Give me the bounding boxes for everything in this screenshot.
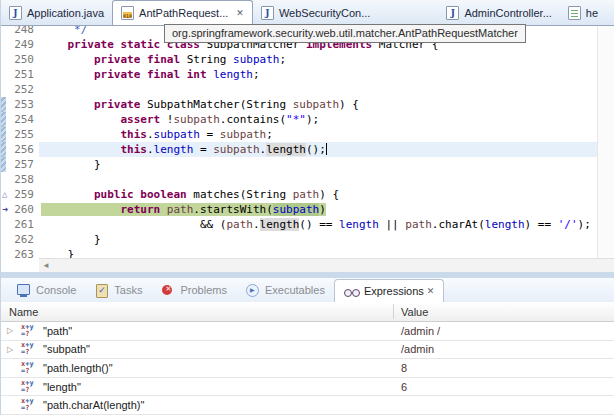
code-line-260[interactable]: 260➜ return path.startsWith(subpath) xyxy=(1,202,614,217)
close-icon[interactable]: ✕ xyxy=(427,286,435,296)
tab-label: he xyxy=(586,7,598,19)
tab-label: AntPathRequest... xyxy=(139,7,228,19)
watch-expression-icon: x+y=? xyxy=(21,342,39,356)
expression-value: /admin / xyxy=(401,325,440,337)
line-number[interactable]: 249 xyxy=(1,37,34,52)
expressions-icon xyxy=(344,285,359,298)
code-line-263[interactable]: 263 } xyxy=(1,247,614,258)
tab-label: Expressions xyxy=(364,285,424,297)
tab-label: Executables xyxy=(265,284,325,296)
console-icon xyxy=(16,284,31,297)
text-caret xyxy=(326,143,327,155)
executables-icon xyxy=(245,284,260,297)
code-text: private final String subpath; xyxy=(41,52,286,67)
code-line-252[interactable]: 252 xyxy=(1,82,614,97)
code-text: private final int length; xyxy=(41,67,260,82)
line-number[interactable]: 251 xyxy=(1,67,34,82)
java-file-icon: J xyxy=(261,6,274,20)
column-header-value[interactable]: Value xyxy=(401,302,428,322)
expand-arrow-icon[interactable]: ▷ xyxy=(7,326,21,335)
line-number[interactable]: 257 xyxy=(1,157,34,172)
code-line-261[interactable]: 261 && (path.length() == length || path.… xyxy=(1,217,614,232)
line-number[interactable]: 256 xyxy=(1,142,34,157)
close-icon[interactable]: ✕ xyxy=(236,8,244,18)
line-number[interactable]: 255 xyxy=(1,127,34,142)
code-line-259[interactable]: 259△ public boolean matches(String path)… xyxy=(1,187,614,202)
code-line-262[interactable]: 262 } xyxy=(1,232,614,247)
code-text: this.length = subpath.length(); xyxy=(41,142,327,157)
eclipse-window: JApplication.java010AntPathRequest...✕JW… xyxy=(0,0,614,415)
view-tab-console[interactable]: Console xyxy=(7,278,85,302)
expression-name: "path" xyxy=(43,325,72,337)
tasks-icon xyxy=(94,284,109,297)
expression-value: /admin xyxy=(401,343,434,355)
arrow-marker-icon[interactable]: ➜ xyxy=(2,202,13,217)
java-file-icon: J xyxy=(446,6,459,20)
code-line-253[interactable]: 253 private SubpathMatcher(String subpat… xyxy=(1,97,614,112)
code-text: && (path.length() == length || path.char… xyxy=(41,217,591,232)
line-number[interactable]: 263 xyxy=(1,247,34,258)
view-tab-expressions[interactable]: Expressions✕ xyxy=(334,279,444,302)
scroll-left-arrow-icon[interactable]: ◄ xyxy=(39,261,50,270)
expression-row[interactable]: x+y=?"path.charAt(length)" xyxy=(1,396,614,415)
expressions-table-header: Name Value xyxy=(1,302,614,322)
line-number[interactable]: 253 xyxy=(1,97,34,112)
view-tab-problems[interactable]: Problems xyxy=(151,278,235,302)
line-number[interactable]: 248 xyxy=(1,26,34,37)
code-text: public boolean matches(String path) { xyxy=(41,187,339,202)
expand-arrow-icon[interactable]: ▷ xyxy=(7,345,21,354)
horizontal-scrollbar[interactable]: ◄ xyxy=(39,258,614,272)
expressions-rows: ▷x+y=?"path"/admin /▷x+y=?"subpath"/admi… xyxy=(1,322,614,415)
code-editor[interactable]: 248 */249 private static class SubpathMa… xyxy=(1,26,614,272)
expression-row[interactable]: ▷x+y=?"subpath"/admin xyxy=(1,341,614,360)
column-header-name[interactable]: Name xyxy=(9,306,38,318)
expression-name: "length" xyxy=(43,381,81,393)
expression-name: "path.charAt(length)" xyxy=(43,399,144,411)
code-text: } xyxy=(41,247,74,258)
line-number[interactable]: 250 xyxy=(1,52,34,67)
expression-name: "path.length()" xyxy=(43,362,113,374)
editor-tab-websecuritycon[interactable]: JWebSecurityCon... xyxy=(253,0,379,25)
tab-label: Console xyxy=(36,284,76,296)
tab-label: Problems xyxy=(180,284,226,296)
triangle-marker-icon[interactable]: △ xyxy=(2,187,13,202)
tab-label: Tasks xyxy=(114,284,142,296)
code-line-258[interactable]: 258 xyxy=(1,172,614,187)
editor-tab-he[interactable]: he xyxy=(560,0,606,25)
view-tab-executables[interactable]: Executables xyxy=(236,278,334,302)
class-file-icon: 010 xyxy=(121,6,134,20)
overview-ruler[interactable] xyxy=(597,26,614,258)
class-name-tooltip: org.springframework.security.web.util.ma… xyxy=(164,24,526,43)
code-text: return path.startsWith(subpath) xyxy=(41,202,326,217)
tab-label: Application.java xyxy=(27,7,104,19)
editor-tab-antpathrequest[interactable]: 010AntPathRequest...✕ xyxy=(112,0,253,26)
view-tab-bar: ConsoleTasksProblemsExecutablesExpressio… xyxy=(1,278,614,302)
expression-name: "subpath" xyxy=(43,343,90,355)
code-line-257[interactable]: 257 } xyxy=(1,157,614,172)
code-text: assert !subpath.contains("*"); xyxy=(41,112,319,127)
expression-row[interactable]: x+y=?"path.length()"8 xyxy=(1,359,614,378)
line-number[interactable]: 258 xyxy=(1,172,34,187)
code-line-254[interactable]: 254 assert !subpath.contains("*"); xyxy=(1,112,614,127)
code-line-256[interactable]: 256 this.length = subpath.length(); xyxy=(1,142,614,157)
code-line-255[interactable]: 255 this.subpath = subpath; xyxy=(1,127,614,142)
tab-label: WebSecurityCon... xyxy=(279,7,371,19)
expression-row[interactable]: ▷x+y=?"path"/admin / xyxy=(1,322,614,341)
code-text: } xyxy=(41,232,101,247)
watch-expression-icon: x+y=? xyxy=(21,398,39,412)
expression-row[interactable]: x+y=?"length"6 xyxy=(1,378,614,397)
tab-label: AdminController... xyxy=(464,7,551,19)
line-number[interactable]: 254 xyxy=(1,112,34,127)
editor-tab-applicationjava[interactable]: JApplication.java xyxy=(1,0,112,25)
line-number[interactable]: 262 xyxy=(1,232,34,247)
line-number[interactable]: 252 xyxy=(1,82,34,97)
line-number[interactable]: 261 xyxy=(1,217,34,232)
editor-tab-admincontroller[interactable]: JAdminController... xyxy=(438,0,559,25)
editor-tab-bar: JApplication.java010AntPathRequest...✕JW… xyxy=(1,0,614,26)
code-line-251[interactable]: 251 private final int length; xyxy=(1,67,614,82)
code-line-250[interactable]: 250 private final String subpath; xyxy=(1,52,614,67)
code-text: */ xyxy=(41,26,87,37)
view-tab-tasks[interactable]: Tasks xyxy=(85,278,151,302)
code-lines: 248 */249 private static class SubpathMa… xyxy=(1,26,614,258)
expression-value: 8 xyxy=(401,362,407,374)
